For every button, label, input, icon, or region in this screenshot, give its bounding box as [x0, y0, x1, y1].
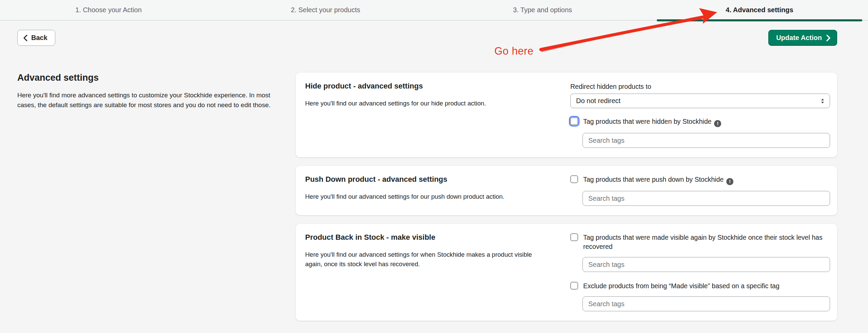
- active-step-underline: [657, 19, 862, 21]
- step-3-type-options[interactable]: 3. Type and options: [434, 0, 651, 20]
- update-action-label: Update Action: [776, 34, 822, 42]
- tag-pushdown-checkbox-label: Tag products that were push down by Stoc…: [583, 175, 733, 185]
- tag-hidden-checkbox-row[interactable]: Tag products that were hidden by Stockhi…: [570, 117, 830, 127]
- tag-pushdown-checkbox[interactable]: [570, 175, 578, 183]
- step-4-advanced-settings[interactable]: 4. Advanced settings: [651, 0, 868, 20]
- card-back-in-stock-description: Here you'll find our advanced settings f…: [305, 250, 539, 269]
- chevron-left-icon: [23, 35, 28, 41]
- exclude-visible-checkbox[interactable]: [570, 282, 578, 290]
- page-title: Advanced settings: [17, 73, 278, 83]
- page-description: Here you'll find more advanced settings …: [17, 91, 278, 110]
- back-button-label: Back: [31, 34, 47, 42]
- exclude-visible-checkbox-label: Exclude products from being “Made visibl…: [583, 281, 780, 291]
- page-intro: Advanced settings Here you'll find more …: [17, 73, 278, 110]
- exclude-search-tags-input[interactable]: [583, 296, 830, 311]
- card-push-down-description: Here you'll find our advanced settings f…: [305, 192, 539, 201]
- card-push-down-product: Push Down product - advanced settings He…: [296, 166, 837, 215]
- card-hide-product-title: Hide product - advanced settings: [305, 82, 557, 91]
- step-bar: 1. Choose your Action 2. Select your pro…: [0, 0, 868, 21]
- card-back-in-stock-intro: Product Back in Stock - make visible Her…: [305, 233, 570, 312]
- redirect-select-value: Do not redirect: [576, 97, 620, 105]
- redirect-select-label: Redirect hidden products to: [570, 83, 830, 91]
- update-action-button[interactable]: Update Action: [768, 30, 837, 46]
- info-icon[interactable]: !: [726, 178, 733, 185]
- step-1-choose-action[interactable]: 1. Choose your Action: [0, 0, 217, 20]
- card-push-down-title: Push Down product - advanced settings: [305, 175, 557, 184]
- tag-visible-checkbox[interactable]: [570, 233, 578, 241]
- pushdown-search-tags-input[interactable]: [583, 191, 830, 206]
- card-hide-product-intro: Hide product - advanced settings Here yo…: [305, 82, 570, 149]
- card-push-down-intro: Push Down product - advanced settings He…: [305, 175, 570, 207]
- exclude-visible-checkbox-row[interactable]: Exclude products from being “Made visibl…: [570, 281, 830, 291]
- go-here-annotation-text: Go here: [494, 45, 534, 57]
- card-back-in-stock-controls: Tag products that were made visible agai…: [570, 233, 830, 312]
- tag-pushdown-checkbox-row[interactable]: Tag products that were push down by Stoc…: [570, 175, 830, 185]
- card-hide-product-controls: Redirect hidden products to Do not redir…: [570, 82, 830, 149]
- tag-visible-checkbox-row[interactable]: Tag products that were made visible agai…: [570, 233, 830, 251]
- step-3-label: 3. Type and options: [513, 6, 572, 14]
- tag-hidden-checkbox-label: Tag products that were hidden by Stockhi…: [583, 117, 721, 127]
- card-hide-product-description: Here you'll find our advanced settings f…: [305, 99, 539, 108]
- visible-search-tags-input[interactable]: [583, 257, 830, 272]
- tag-visible-checkbox-label: Tag products that were made visible agai…: [583, 233, 830, 251]
- hide-search-tags-input[interactable]: [583, 133, 830, 148]
- card-hide-product: Hide product - advanced settings Here yo…: [296, 73, 837, 157]
- select-caret-icon: [820, 98, 825, 104]
- step-2-label: 2. Select your products: [291, 6, 360, 14]
- info-icon[interactable]: !: [714, 120, 721, 127]
- step-4-label: 4. Advanced settings: [726, 6, 793, 14]
- action-bar: Back Update Action: [0, 30, 868, 45]
- card-push-down-controls: Tag products that were push down by Stoc…: [570, 175, 830, 207]
- tag-hidden-checkbox[interactable]: [570, 117, 578, 125]
- card-back-in-stock-title: Product Back in Stock - make visible: [305, 233, 557, 242]
- card-back-in-stock: Product Back in Stock - make visible Her…: [296, 224, 837, 321]
- chevron-right-icon: [826, 35, 831, 41]
- redirect-select[interactable]: Do not redirect: [570, 94, 830, 108]
- settings-cards: Hide product - advanced settings Here yo…: [296, 73, 837, 321]
- back-button[interactable]: Back: [17, 30, 55, 46]
- step-1-label: 1. Choose your Action: [75, 6, 142, 14]
- step-2-select-products[interactable]: 2. Select your products: [217, 0, 434, 20]
